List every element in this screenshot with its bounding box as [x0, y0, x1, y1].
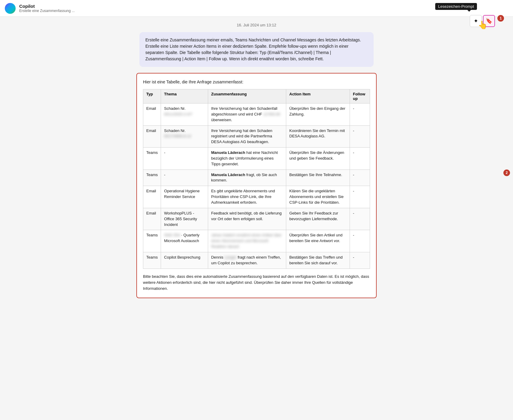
lesezeichen-tooltip: Lesezeichen-Prompt — [435, 3, 477, 10]
blurred-name: Langer — [224, 255, 236, 260]
cell-zusammenfassung: Manuela Läderach fragt, ob Sie auch komm… — [208, 170, 286, 186]
cell-typ: Teams — [143, 230, 161, 252]
cell-thema: WorkshopPLUS - Office 365 Security Incid… — [161, 208, 208, 230]
magic-wand-icon: ✦ — [474, 18, 478, 24]
table-row: Email Operational Hygiene Reminder Servi… — [143, 186, 370, 208]
col-header-typ: Typ — [143, 89, 161, 104]
bold-name: Manuela Läderach — [211, 172, 245, 177]
cell-thema: Schaden Nr. 0017/4906.8.12 — [161, 125, 208, 148]
blurred-text: 0011/2025.3.4/7 — [164, 112, 192, 117]
cell-thema: Copilot Besprechung — [161, 252, 208, 268]
bookmark-icon: 🔖 — [486, 18, 492, 24]
col-header-zusammenfassung: Zusammenfassung — [208, 89, 286, 104]
cell-follow-up: - — [350, 208, 370, 230]
cell-follow-up: - — [350, 148, 370, 170]
app-info: Copilot Erstelle eine Zusammenfassung ..… — [19, 4, 75, 13]
blurred-amount: 12'450.00 — [263, 112, 280, 117]
table-row: Teams - Manuela Läderach hat eine Nachri… — [143, 148, 370, 170]
cell-action-item: Koordinieren Sie den Termin mit DESA Aut… — [286, 125, 350, 148]
top-actions: ✦ 🔖 — [470, 15, 495, 27]
user-message-text: Erstelle eine Zusammenfassung meiner ema… — [145, 38, 361, 61]
cell-zusammenfassung: Feedback wird benötigt, ob die Lieferung… — [208, 208, 286, 230]
app-subtitle: Erstelle eine Zusammenfassung ... — [19, 9, 75, 13]
cell-zusammenfassung: Ihre Versicherung hat den Schadenfall ab… — [208, 104, 286, 126]
col-header-action-item: Action Item — [286, 89, 350, 104]
cell-typ: Teams — [143, 252, 161, 268]
blurred-text: SNG 554 — [164, 232, 180, 238]
cell-zusammenfassung: Manuela Läderach hat eine Nachricht bezü… — [208, 148, 286, 170]
cell-zusammenfassung: Jahan Adalich erwähnt einen Artikel über… — [208, 230, 286, 252]
cell-action-item: Überprüfen Sie die Änderungen und geben … — [286, 148, 350, 170]
cell-thema: - — [161, 148, 208, 170]
bold-name: Manuela Läderach — [211, 150, 245, 155]
table-row: Email Schaden Nr. 0011/2025.3.4/7 Ihre V… — [143, 104, 370, 126]
cell-typ: Email — [143, 208, 161, 230]
timestamp: 16. Juli 2024 um 13:12 — [120, 23, 393, 27]
copilot-icon — [5, 3, 16, 14]
cell-follow-up: - — [350, 252, 370, 268]
cell-follow-up: - — [350, 104, 370, 126]
cell-action-item: Bestätigen Sie das Treffen und bereiten … — [286, 252, 350, 268]
badge-2: 2 — [503, 170, 510, 176]
cell-follow-up: - — [350, 186, 370, 208]
cell-thema: SNG 554 · Quarterly Microsoft Austausch — [161, 230, 208, 252]
cell-follow-up: - — [350, 230, 370, 252]
cell-action-item: Überprüfen Sie den Artikel und bereiten … — [286, 230, 350, 252]
cell-zusammenfassung: Ihre Versicherung hat den Schaden regist… — [208, 125, 286, 148]
table-row: Teams Copilot Besprechung Dennis Langer … — [143, 252, 370, 268]
cell-action-item: Bestätigen Sie Ihre Teilnahme. — [286, 170, 350, 186]
main-content: 16. Juli 2024 um 13:12 Erstelle eine Zus… — [0, 17, 513, 304]
response-box: Hier ist eine Tabelle, die Ihre Anfrage … — [136, 73, 377, 298]
cell-typ: Email — [143, 125, 161, 148]
table-row: Email Schaden Nr. 0017/4906.8.12 Ihre Ve… — [143, 125, 370, 148]
col-header-follow-up: Follow up — [350, 89, 370, 104]
cell-zusammenfassung: Dennis Langer fragt nach einem Treffen, … — [208, 252, 286, 268]
cell-thema: Operational Hygiene Reminder Service — [161, 186, 208, 208]
cell-action-item: Klären Sie die ungeklärten Abonnements u… — [286, 186, 350, 208]
badge-1: 1 — [497, 15, 504, 22]
app-title: Copilot — [19, 4, 75, 9]
col-header-thema: Thema — [161, 89, 208, 104]
cell-typ: Email — [143, 104, 161, 126]
cell-typ: Teams — [143, 170, 161, 186]
table-row: Email WorkshopPLUS - Office 365 Security… — [143, 208, 370, 230]
magic-wand-button[interactable]: ✦ — [470, 15, 482, 27]
cell-follow-up: - — [350, 125, 370, 148]
cell-typ: Email — [143, 186, 161, 208]
cell-thema: - — [161, 170, 208, 186]
footer-note: Bitte beachten Sie, dass dies eine autom… — [143, 274, 370, 292]
cell-zusammenfassung: Es gibt ungeklärte Abonnements und Prior… — [208, 186, 286, 208]
table-row: Teams - Manuela Läderach fragt, ob Sie a… — [143, 170, 370, 186]
cell-follow-up: - — [350, 170, 370, 186]
cell-thema: Schaden Nr. 0011/2025.3.4/7 — [161, 104, 208, 126]
cell-typ: Teams — [143, 148, 161, 170]
user-message: Erstelle eine Zusammenfassung meiner ema… — [139, 32, 374, 67]
blurred-text: 0017/4906.8.12 — [164, 134, 191, 139]
cell-action-item: Überprüfen Sie den Eingang der Zahlung. — [286, 104, 350, 126]
blurred-text: Jahan Adalich erwähnt einen Artikel über… — [211, 232, 283, 250]
table-header-row: Typ Thema Zusammenfassung Action Item Fo… — [143, 89, 370, 104]
bookmark-button[interactable]: 🔖 — [483, 15, 495, 27]
response-intro: Hier ist eine Tabelle, die Ihre Anfrage … — [143, 80, 370, 84]
table-row: Teams SNG 554 · Quarterly Microsoft Aust… — [143, 230, 370, 252]
summary-table: Typ Thema Zusammenfassung Action Item Fo… — [143, 89, 370, 269]
cell-action-item: Geben Sie Ihr Feedback zur bevorzugten L… — [286, 208, 350, 230]
